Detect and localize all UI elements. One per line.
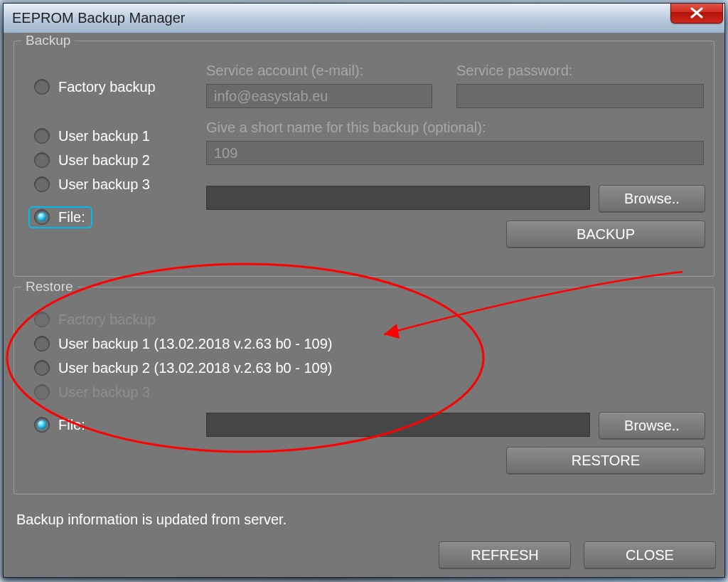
service-password-input[interactable] — [456, 84, 704, 108]
restore-radio-user2[interactable] — [34, 360, 50, 376]
backup-button[interactable]: BACKUP — [506, 221, 705, 248]
restore-group: Restore Factory backup User backup 1 (13… — [14, 287, 714, 494]
backup-radio-file[interactable] — [34, 209, 50, 225]
backup-radio-user1-label: User backup 1 — [58, 128, 150, 144]
short-name-input[interactable] — [206, 141, 704, 165]
service-account-input[interactable] — [206, 84, 432, 108]
restore-radio-factory-label: Factory backup — [58, 312, 156, 328]
close-button[interactable]: CLOSE — [584, 541, 716, 568]
refresh-button[interactable]: REFRESH — [439, 541, 571, 568]
backup-radio-user2[interactable] — [34, 152, 50, 168]
backup-group: Backup Factory backup User backup 1 User… — [14, 41, 714, 277]
restore-file-path[interactable] — [206, 413, 590, 437]
client-area: Backup Factory backup User backup 1 User… — [4, 33, 724, 577]
restore-radio-user1[interactable] — [34, 336, 50, 351]
backup-radio-user3-label: User backup 3 — [58, 176, 150, 193]
short-name-label: Give a short name for this backup (optio… — [206, 120, 486, 135]
restore-button[interactable]: RESTORE — [506, 447, 705, 474]
window-close-button[interactable] — [670, 3, 723, 23]
restore-radio-user3[interactable] — [34, 384, 50, 400]
restore-radio-file[interactable] — [34, 417, 50, 433]
restore-radio-user3-label: User backup 3 — [58, 384, 150, 401]
dialog-window: EEPROM Backup Manager Backup Factory bac… — [3, 3, 725, 578]
restore-group-title: Restore — [21, 279, 77, 295]
close-icon — [688, 7, 705, 18]
backup-radio-factory[interactable] — [34, 79, 50, 95]
restore-radio-factory[interactable] — [34, 312, 50, 327]
service-password-label: Service password: — [456, 63, 572, 78]
status-text: Backup information is updated from serve… — [12, 512, 716, 528]
backup-radio-file-label: File: — [58, 209, 85, 226]
window-title: EEPROM Backup Manager — [12, 10, 185, 26]
backup-radio-user2-label: User backup 2 — [58, 152, 150, 169]
backup-radio-user1[interactable] — [34, 128, 50, 144]
backup-group-title: Backup — [21, 33, 75, 48]
backup-browse-button[interactable]: Browse.. — [599, 185, 705, 212]
backup-file-path[interactable] — [206, 186, 590, 210]
service-account-label: Service account (e-mail): — [206, 63, 363, 78]
restore-radio-file-label: File: — [58, 417, 85, 433]
restore-radio-user2-label: User backup 2 (13.02.2018 v.2.63 b0 - 10… — [58, 360, 332, 376]
titlebar[interactable]: EEPROM Backup Manager — [4, 4, 724, 33]
restore-browse-button[interactable]: Browse.. — [599, 412, 705, 439]
backup-radio-factory-label: Factory backup — [58, 79, 156, 95]
backup-radio-user3[interactable] — [34, 176, 50, 192]
restore-radio-user1-label: User backup 1 (13.02.2018 v.2.63 b0 - 10… — [58, 336, 332, 352]
